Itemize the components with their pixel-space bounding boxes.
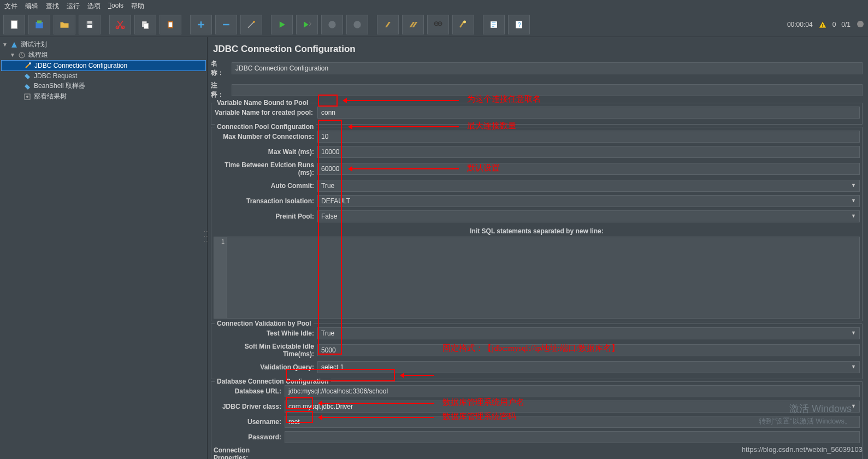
paste-button[interactable] [160, 15, 181, 34]
reset-search-button[interactable] [452, 15, 474, 34]
svg-rect-0 [11, 21, 17, 29]
section-validation: Connection Validation by Pool Test While… [211, 323, 863, 379]
menu-run[interactable]: 运行 [67, 2, 80, 11]
config-icon [23, 61, 32, 70]
tree-root[interactable]: ▼ 测试计划 [1, 39, 206, 50]
toolbar: ? 00:00:04 ! 0 0/1 [0, 13, 868, 37]
start-no-timers-button[interactable] [296, 15, 318, 34]
comment-input[interactable] [232, 84, 863, 96]
svg-rect-11 [169, 22, 173, 27]
driver-select[interactable]: com.mysql.jdbc.Driver [285, 401, 860, 413]
maxwait-label: Max Wait (ms): [214, 148, 317, 156]
menu-tools[interactable]: Tools [108, 2, 123, 11]
initsql-label: Init SQL statements separated by new lin… [214, 226, 860, 237]
testplan-icon [10, 40, 19, 49]
initsql-content[interactable] [227, 237, 859, 318]
open-button[interactable] [54, 15, 75, 34]
splitter-handle[interactable]: ⋮⋮⋮ [203, 229, 209, 244]
svg-rect-9 [144, 23, 149, 29]
start-button[interactable] [271, 15, 293, 34]
vquery-select[interactable]: select 1 [317, 361, 860, 373]
tree-panel: ▼ 测试计划 ▼ 线程组 JDBC Connection Configurati… [0, 37, 208, 459]
driver-label: JDBC Driver class: [214, 403, 285, 410]
tree-threadgroup-label: 线程组 [28, 50, 48, 60]
menu-options[interactable]: 选项 [87, 2, 101, 11]
svg-text:?: ? [518, 21, 522, 28]
tree-threadgroup[interactable]: ▼ 线程组 [1, 50, 206, 60]
dburl-input[interactable] [285, 385, 860, 397]
svg-point-7 [122, 26, 125, 29]
svg-point-24 [29, 62, 31, 64]
menu-help[interactable]: 帮助 [131, 2, 144, 11]
section-pool: Connection Pool Configuration Max Number… [211, 127, 863, 321]
sampler-icon [23, 82, 32, 91]
svg-rect-5 [87, 25, 92, 28]
svg-rect-2 [37, 21, 42, 23]
clear-button[interactable] [377, 15, 399, 34]
page-title: JDBC Connection Configuration [213, 44, 863, 55]
section-db-legend: Database Connection Configuration [215, 378, 331, 385]
add-button[interactable] [190, 15, 212, 34]
pass-input[interactable] [285, 431, 860, 443]
tree-jdbc-conn[interactable]: JDBC Connection Configuration [1, 60, 206, 71]
tree-jdbc-conn-label: JDBC Connection Configuration [34, 62, 127, 69]
section-validation-legend: Connection Validation by Pool [215, 320, 314, 327]
search-button[interactable] [427, 15, 449, 34]
svg-point-26 [26, 96, 28, 98]
maxwait-input[interactable] [317, 146, 860, 158]
svg-point-12 [253, 21, 255, 22]
name-label: 名称： [211, 59, 232, 78]
varname-input[interactable] [317, 107, 860, 119]
svg-point-13 [328, 21, 335, 28]
menu-find[interactable]: 查找 [46, 2, 59, 11]
svg-rect-4 [87, 21, 92, 23]
name-input[interactable] [232, 62, 863, 74]
thread-count: 0/1 [841, 21, 851, 28]
testidle-label: Test While Idle: [214, 329, 317, 337]
sampler-icon [23, 72, 32, 80]
remove-button[interactable] [215, 15, 237, 34]
warning-icon: ! [818, 20, 827, 29]
svg-point-22 [857, 21, 864, 27]
shutdown-button[interactable] [346, 15, 368, 34]
menu-file[interactable]: 文件 [4, 2, 17, 11]
softmin-input[interactable] [317, 344, 860, 356]
tree-beanshell[interactable]: BeanShell 取样器 [1, 81, 206, 91]
txiso-select[interactable]: DEFAULT [317, 195, 860, 207]
varname-label: Variable Name for created pool: [214, 109, 317, 116]
initsql-textarea[interactable]: 1 [214, 237, 860, 319]
expand-icon[interactable]: ▼ [10, 52, 15, 58]
line-gutter: 1 [214, 237, 227, 318]
copy-button[interactable] [134, 15, 156, 34]
evict-input[interactable] [317, 163, 860, 175]
evict-label: Time Between Eviction Runs (ms): [214, 161, 317, 176]
stop-button[interactable] [321, 15, 343, 34]
tree-result-tree[interactable]: 察看结果树 [1, 91, 206, 102]
clear-all-button[interactable] [402, 15, 424, 34]
section-pool-legend: Connection Pool Configuration [215, 123, 316, 131]
menu-edit[interactable]: 编辑 [25, 2, 38, 11]
function-helper-button[interactable] [483, 15, 505, 34]
menubar: 文件 编辑 查找 运行 选项 Tools 帮助 [0, 0, 868, 13]
user-label: Username: [214, 418, 285, 426]
cut-button[interactable] [109, 15, 131, 34]
help-button[interactable]: ? [508, 15, 530, 34]
save-button[interactable] [79, 15, 101, 34]
new-button[interactable] [3, 15, 25, 34]
listener-icon [23, 92, 32, 101]
preinit-select[interactable]: False [317, 210, 860, 222]
tree-result-tree-label: 察看结果树 [34, 92, 67, 101]
error-count: 0 [832, 21, 836, 28]
tree-jdbc-req[interactable]: JDBC Request [1, 71, 206, 81]
watermark-line2: 转到"设置"以激活 Windows。 [759, 416, 852, 426]
wand-button[interactable] [240, 15, 262, 34]
maxconn-input[interactable] [317, 131, 860, 143]
testidle-select[interactable]: True [317, 327, 860, 339]
templates-button[interactable] [28, 15, 50, 34]
autocommit-label: Auto Commit: [214, 182, 317, 190]
svg-point-6 [116, 26, 119, 29]
svg-point-14 [353, 21, 361, 28]
expand-icon[interactable]: ▼ [2, 42, 8, 48]
autocommit-select[interactable]: True [317, 180, 860, 192]
connprops-label: Connection Properties: [214, 446, 285, 459]
